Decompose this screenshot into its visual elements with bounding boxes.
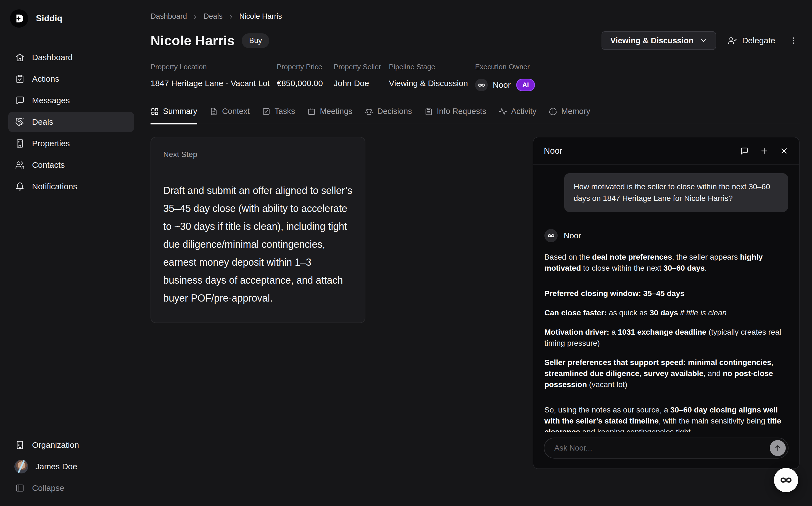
noor-avatar-icon <box>475 79 488 91</box>
tab-activity[interactable]: Activity <box>499 107 537 124</box>
close-icon[interactable] <box>780 147 789 155</box>
file-text-icon <box>210 107 218 115</box>
sidebar-footer: Organization James Doe Collapse <box>8 435 134 498</box>
clipboard-check-icon <box>15 74 24 84</box>
calendar-icon <box>308 107 316 115</box>
delegate-label: Delegate <box>742 36 775 45</box>
deal-type-badge: Buy <box>242 33 269 48</box>
arrow-up-icon <box>773 444 782 452</box>
tab-label: Summary <box>163 107 197 116</box>
field-property-location: Property Location 1847 Heritage Lane - V… <box>150 63 277 91</box>
sidebar-nav: Dashboard Actions Messages Deals Propert… <box>8 48 134 196</box>
building-icon <box>15 139 24 148</box>
field-value: Noor AI <box>475 79 535 91</box>
home-icon <box>15 53 24 62</box>
chevron-right-icon <box>192 13 199 20</box>
stage-dropdown-button[interactable]: Viewing & Discussion <box>602 31 716 50</box>
field-label: Execution Owner <box>475 63 535 71</box>
sidebar-item-label: Dashboard <box>32 53 73 62</box>
sidebar-item-label: Notifications <box>32 182 77 191</box>
content-row: Next Step Draft and submit an offer alig… <box>150 137 800 469</box>
sidebar-item-properties[interactable]: Properties <box>8 134 134 153</box>
chat-history-icon[interactable] <box>740 147 749 155</box>
organization-label: Organization <box>32 440 79 450</box>
sidebar-item-actions[interactable]: Actions <box>8 69 134 89</box>
noor-infinity-icon <box>780 474 792 486</box>
breadcrumb-dashboard[interactable]: Dashboard <box>150 12 187 21</box>
square-check-icon <box>262 107 270 115</box>
field-value: Viewing & Discussion <box>389 79 475 88</box>
sidebar-item-notifications[interactable]: Notifications <box>8 177 134 196</box>
tab-meetings[interactable]: Meetings <box>308 107 352 124</box>
field-execution-owner: Execution Owner Noor AI <box>475 63 535 91</box>
field-label: Property Seller <box>334 63 389 71</box>
delegate-button[interactable]: Delegate <box>728 36 775 45</box>
stage-dropdown-label: Viewing & Discussion <box>610 36 693 45</box>
sidebar: Siddiq Dashboard Actions Messages Deals <box>0 0 142 506</box>
field-value: €850,000.00 <box>277 79 334 88</box>
sidebar-item-deals[interactable]: Deals <box>8 112 134 132</box>
sidebar-item-contacts[interactable]: Contacts <box>8 155 134 175</box>
field-label: Pipeline Stage <box>389 63 475 71</box>
noor-chat-panel: Noor How motivated is the seller to clos… <box>533 137 800 469</box>
chevron-right-icon <box>227 13 234 20</box>
sidebar-item-dashboard[interactable]: Dashboard <box>8 48 134 67</box>
user-name: James Doe <box>36 462 77 471</box>
next-step-card: Next Step Draft and submit an offer alig… <box>150 137 365 323</box>
activity-icon <box>499 107 507 115</box>
breadcrumb-current: Nicole Harris <box>239 12 282 21</box>
more-options-icon[interactable] <box>788 34 800 47</box>
sidebar-item-label: Properties <box>32 139 70 148</box>
sidebar-item-organization[interactable]: Organization <box>8 435 134 455</box>
sidebar-item-label: Contacts <box>32 160 65 170</box>
field-pipeline-stage: Pipeline Stage Viewing & Discussion <box>389 63 475 91</box>
noor-input-area <box>533 432 799 469</box>
ask-noor-input[interactable] <box>544 438 788 458</box>
collapse-label: Collapse <box>32 483 64 493</box>
deal-tabs: Summary Context Tasks Meetings Decisions <box>150 107 800 124</box>
user-avatar <box>14 459 28 474</box>
assistant-name: Noor <box>564 231 581 240</box>
tab-summary[interactable]: Summary <box>150 107 197 124</box>
noor-input-box <box>544 438 789 458</box>
scale-icon <box>365 107 373 115</box>
tab-info-requests[interactable]: Info Requests <box>424 107 486 124</box>
send-button[interactable] <box>770 440 786 456</box>
tab-label: Info Requests <box>437 107 486 116</box>
noor-avatar-icon <box>544 229 558 242</box>
tab-label: Decisions <box>377 107 412 116</box>
tab-label: Context <box>222 107 250 116</box>
new-chat-plus-icon[interactable] <box>760 147 769 155</box>
tab-label: Activity <box>511 107 537 116</box>
tab-label: Tasks <box>275 107 295 116</box>
bell-icon <box>15 182 24 191</box>
tab-label: Meetings <box>320 107 352 116</box>
tab-decisions[interactable]: Decisions <box>365 107 412 124</box>
message-square-icon <box>15 96 24 105</box>
page-title: Nicole Harris <box>150 33 235 48</box>
organization-icon <box>15 440 24 450</box>
breadcrumb: Dashboard Deals Nicole Harris <box>150 12 800 21</box>
next-step-body: Draft and submit an offer aligned to sel… <box>163 181 353 307</box>
brand: Siddiq <box>8 9 134 27</box>
user-check-icon <box>728 36 737 45</box>
sidebar-item-label: Deals <box>32 117 53 126</box>
sidebar-item-label: Messages <box>32 96 70 105</box>
tab-label: Memory <box>561 107 590 116</box>
noor-floating-action-button[interactable] <box>774 468 798 492</box>
field-label: Property Price <box>277 63 334 71</box>
field-property-seller: Property Seller John Doe <box>334 63 389 91</box>
ai-badge: AI <box>516 79 535 91</box>
sidebar-item-collapse[interactable]: Collapse <box>8 479 134 498</box>
deal-fields: Property Location 1847 Heritage Lane - V… <box>150 63 800 91</box>
tab-context[interactable]: Context <box>210 107 250 124</box>
tab-memory[interactable]: Memory <box>549 107 590 124</box>
field-value: 1847 Heritage Lane - Vacant Lot <box>150 79 277 88</box>
breadcrumb-deals[interactable]: Deals <box>204 12 223 21</box>
sidebar-item-user-profile[interactable]: James Doe <box>8 457 134 476</box>
noor-panel-title: Noor <box>544 146 562 156</box>
sidebar-item-messages[interactable]: Messages <box>8 90 134 110</box>
handshake-icon <box>15 117 24 126</box>
tab-tasks[interactable]: Tasks <box>262 107 295 124</box>
user-message-bubble: How motivated is the seller to close wit… <box>564 173 788 212</box>
